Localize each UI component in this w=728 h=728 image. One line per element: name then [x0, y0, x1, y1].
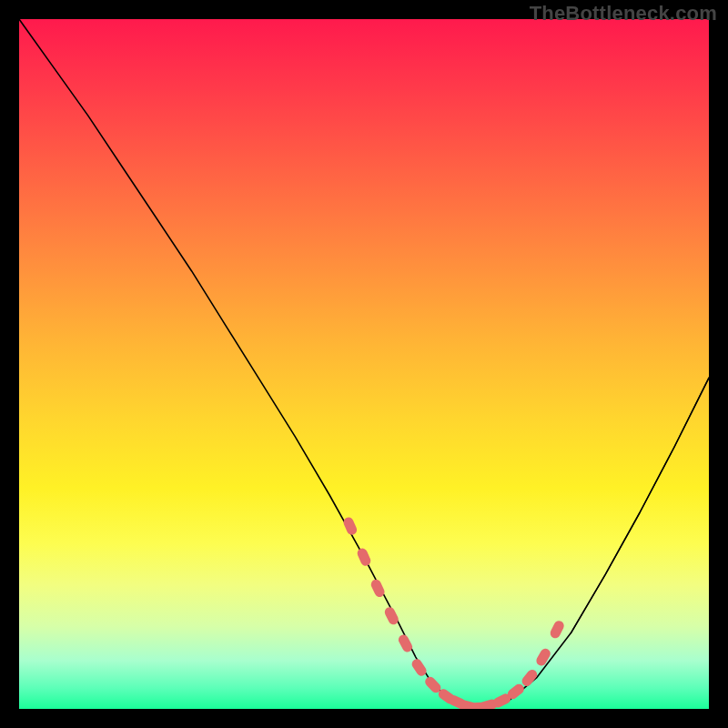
highlight-marker	[410, 657, 428, 678]
highlight-marker	[356, 547, 372, 568]
highlight-marker-group	[342, 516, 566, 709]
chart-svg	[19, 19, 709, 709]
watermark-text: TheBottleneck.com	[530, 2, 717, 25]
highlight-marker	[534, 647, 551, 668]
highlight-marker	[397, 633, 414, 654]
bottleneck-curve	[19, 19, 709, 708]
chart-plot-area	[19, 19, 709, 709]
bottleneck-curve-right-tail	[571, 378, 709, 632]
highlight-marker	[383, 605, 400, 626]
highlight-marker	[549, 619, 566, 640]
highlight-marker	[342, 516, 359, 537]
